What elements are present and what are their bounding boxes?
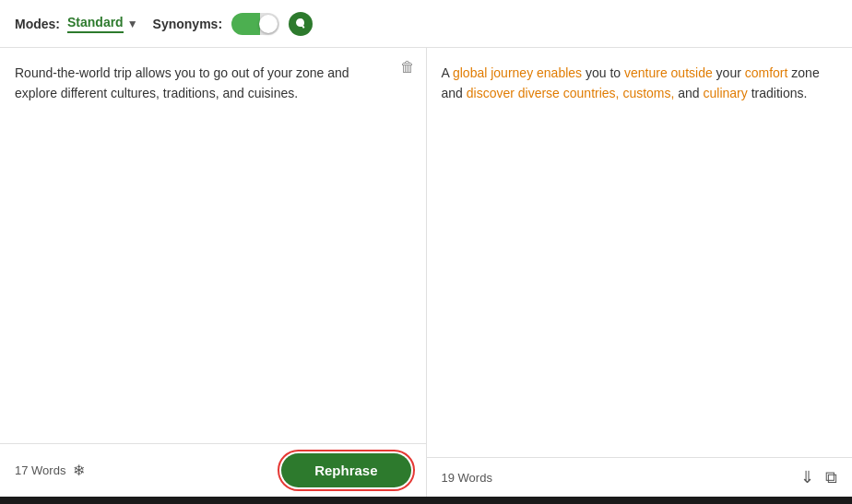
left-text: Round-the-world trip allows you to go ou… (15, 65, 349, 100)
modes-label: Modes: (15, 17, 60, 31)
modes-dropdown-arrow-icon[interactable]: ▼ (127, 18, 138, 30)
right-text-area: A global journey enables you to venture … (427, 48, 853, 457)
right-actions: ⇓ ⧉ (800, 467, 837, 487)
left-panel: Round-the-world trip allows you to go ou… (0, 48, 427, 497)
download-icon[interactable]: ⇓ (800, 467, 814, 487)
right-panel: A global journey enables you to venture … (427, 48, 853, 497)
toolbar: Modes: Standard ▼ Synonyms: (0, 0, 852, 48)
right-text-part-8: and (674, 86, 703, 100)
right-text-part-4: your (713, 65, 745, 80)
modes-dropdown[interactable]: Standard ▼ (67, 15, 138, 33)
synonyms-label: Synonyms: (153, 17, 222, 31)
rephrase-button-wrapper: Rephrase (281, 453, 410, 487)
synonyms-section: Synonyms: (153, 12, 313, 36)
right-text-part-2: you to (582, 65, 624, 80)
right-text-part-0: A (442, 65, 453, 80)
main-content: Round-the-world trip allows you to go ou… (0, 48, 852, 497)
left-footer: 17 Words ❄ Rephrase (0, 443, 426, 497)
right-text-part-5: comfort (745, 65, 788, 80)
left-word-count-section: 17 Words ❄ (15, 462, 85, 479)
copy-icon[interactable]: ⧉ (825, 468, 837, 487)
right-footer: 19 Words ⇓ ⧉ (427, 457, 853, 497)
toggle-thumb (259, 15, 278, 33)
freeze-icon[interactable]: ❄ (73, 462, 85, 479)
synonyms-toggle[interactable] (231, 13, 279, 35)
rephrase-button[interactable]: Rephrase (281, 453, 410, 487)
modes-section: Modes: Standard ▼ (15, 15, 138, 33)
delete-icon[interactable]: 🗑 (400, 59, 415, 76)
right-word-count: 19 Words (442, 471, 492, 485)
right-text-part-10: traditions. (748, 86, 808, 100)
synonyms-brand-icon (289, 12, 313, 36)
right-text-part-3: venture outside (624, 65, 713, 80)
right-text-part-1: global journey enables (453, 65, 582, 80)
modes-dropdown-value: Standard (67, 15, 124, 33)
right-text-part-7: discover diverse countries, customs, (467, 86, 675, 100)
left-text-area[interactable]: Round-the-world trip allows you to go ou… (0, 48, 426, 443)
bottom-bar (0, 497, 852, 504)
right-text-part-9: culinary (704, 86, 748, 100)
left-word-count: 17 Words (15, 463, 65, 477)
